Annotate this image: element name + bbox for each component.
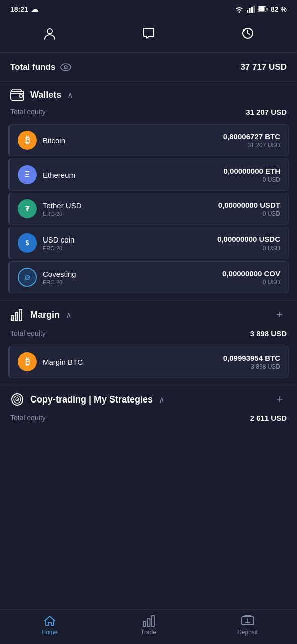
copy-trading-add-button[interactable]: + — [273, 392, 287, 407]
margin-equity-label: Total equity — [10, 329, 46, 338]
usdt-icon: ₮ — [18, 199, 37, 218]
cov-amount: 0,00000000 COV — [222, 269, 280, 278]
margin-list: ₿ Margin BTC 0,09993954 BTC 3 898 USD — [0, 346, 297, 378]
eth-icon: Ξ — [18, 165, 37, 184]
margin-icon — [10, 309, 24, 321]
cloud-icon: ☁ — [31, 5, 38, 13]
usdc-usd: 0 USD — [217, 245, 280, 252]
usdt-amount: 0,00000000 USDT — [218, 201, 280, 209]
svg-point-10 — [64, 66, 67, 69]
usdt-usd: 0 USD — [218, 210, 280, 217]
cov-tag: ERC-20 — [43, 279, 76, 285]
battery-icon — [258, 6, 268, 12]
btc-name: Bitcoin — [43, 136, 65, 145]
svg-rect-23 — [143, 622, 146, 626]
wallet-item-usdc[interactable]: $ USD coin ERC-20 0,00000000 USDC 0 USD — [8, 227, 289, 259]
eth-amount: 0,00000000 ETH — [224, 167, 280, 175]
svg-rect-0 — [247, 10, 248, 13]
visibility-toggle[interactable] — [60, 62, 71, 73]
wallets-equity-label: Total equity — [10, 108, 46, 116]
signal-icon — [247, 6, 255, 13]
svg-point-9 — [61, 64, 71, 71]
margin-item-btc[interactable]: ₿ Margin BTC 0,09993954 BTC 3 898 USD — [8, 346, 289, 378]
wallet-item-btc[interactable]: ₿ Bitcoin 0,80006727 BTC 31 207 USD — [8, 124, 289, 156]
total-funds-value: 37 717 USD — [240, 62, 287, 72]
trade-icon — [142, 615, 155, 627]
wallet-item-cov[interactable]: ◎ Covesting ERC-20 0,00000000 COV 0 USD — [8, 261, 289, 293]
usdt-name: Tether USD — [43, 201, 82, 210]
history-icon — [241, 26, 255, 40]
margin-equity-value: 3 898 USD — [250, 329, 287, 338]
margin-equity-row: Total equity 3 898 USD — [0, 327, 297, 344]
copy-trading-section-header: Copy-trading | My Strategies ∧ + — [0, 385, 297, 412]
btc-icon: ₿ — [18, 131, 37, 150]
profile-button[interactable] — [38, 21, 62, 45]
svg-point-13 — [21, 96, 22, 97]
copy-trading-equity-label: Total equity — [10, 414, 46, 422]
copy-trading-title: Copy-trading | My Strategies — [30, 394, 153, 405]
nav-deposit[interactable]: Deposit — [228, 615, 268, 636]
nav-trade[interactable]: Trade — [129, 615, 169, 636]
wallet-item-eth[interactable]: Ξ Ethereum 0,00000000 ETH 0 USD — [8, 158, 289, 191]
wallets-title: Wallets — [30, 90, 61, 100]
wallets-section-header: Wallets ∧ — [0, 82, 297, 106]
time-display: 18:21 — [10, 5, 28, 13]
margin-add-button[interactable]: + — [273, 308, 287, 322]
profile-icon — [43, 26, 57, 40]
svg-rect-3 — [254, 6, 255, 13]
margin-btc-icon: ₿ — [18, 352, 37, 371]
svg-rect-17 — [11, 316, 14, 321]
home-icon — [43, 615, 56, 627]
btc-usd: 31 207 USD — [223, 142, 280, 149]
wallets-icon — [10, 89, 24, 101]
copy-trading-chevron[interactable]: ∧ — [159, 395, 165, 405]
nav-home-label: Home — [41, 629, 57, 636]
usdc-icon: $ — [18, 233, 37, 253]
total-funds-label: Total funds — [10, 62, 55, 72]
eth-usd: 0 USD — [224, 176, 280, 183]
chat-button[interactable] — [137, 21, 161, 45]
margin-title: Margin — [30, 310, 60, 320]
cov-icon: ◎ — [18, 268, 37, 287]
svg-point-22 — [17, 399, 18, 400]
margin-btc-name: Margin BTC — [43, 358, 83, 366]
margin-btc-usd: 3 898 USD — [223, 363, 280, 370]
status-bar: 18:21 ☁ 82 % — [0, 0, 297, 16]
deposit-icon — [241, 615, 255, 627]
copy-trading-equity-value: 2 611 USD — [250, 414, 287, 422]
svg-rect-5 — [267, 8, 268, 11]
svg-rect-11 — [11, 91, 24, 100]
wallets-list: ₿ Bitcoin 0,80006727 BTC 31 207 USD Ξ Et… — [0, 124, 297, 293]
battery-percentage: 82 % — [271, 5, 287, 13]
top-nav — [0, 16, 297, 53]
wifi-icon — [235, 6, 244, 13]
margin-chevron[interactable]: ∧ — [66, 310, 72, 320]
svg-rect-2 — [251, 7, 253, 13]
margin-btc-amount: 0,09993954 BTC — [223, 354, 280, 362]
status-right: 82 % — [235, 5, 287, 13]
history-button[interactable] — [236, 21, 260, 45]
svg-rect-25 — [152, 616, 154, 626]
usdc-tag: ERC-20 — [43, 245, 74, 251]
cov-name: Covesting — [43, 270, 76, 278]
bottom-nav: Home Trade Deposit — [0, 609, 297, 644]
nav-home[interactable]: Home — [30, 615, 70, 636]
svg-rect-18 — [15, 313, 18, 321]
nav-deposit-label: Deposit — [237, 629, 258, 636]
wallets-chevron[interactable]: ∧ — [67, 90, 73, 100]
svg-rect-24 — [147, 619, 150, 626]
total-funds-section: Total funds 37 717 USD — [0, 53, 297, 82]
usdc-amount: 0,00000000 USDC — [217, 235, 280, 244]
svg-point-7 — [47, 29, 52, 34]
svg-rect-16 — [19, 310, 22, 321]
usdt-tag: ERC-20 — [43, 211, 82, 217]
margin-section-header: Margin ∧ + — [0, 301, 297, 327]
eth-name: Ethereum — [43, 171, 75, 179]
copy-trading-icon — [10, 392, 24, 407]
copy-trading-equity-row: Total equity 2 611 USD — [0, 412, 297, 428]
btc-amount: 0,80006727 BTC — [223, 132, 280, 141]
nav-trade-label: Trade — [141, 629, 156, 636]
wallet-item-usdt[interactable]: ₮ Tether USD ERC-20 0,00000000 USDT 0 US… — [8, 193, 289, 225]
cov-usd: 0 USD — [222, 279, 280, 286]
usdc-name: USD coin — [43, 235, 74, 244]
